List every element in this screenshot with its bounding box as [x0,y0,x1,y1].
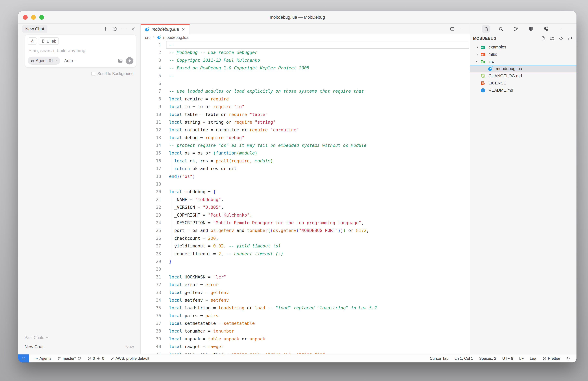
line-number[interactable]: 30 [141,265,161,273]
chat-input-placeholder[interactable]: Plan, search, build anything [25,45,136,53]
code-line[interactable]: 16 local ok, res = pcall(require, module… [141,157,470,165]
formatter-status[interactable]: Prettier [542,356,560,361]
collapse-folders-icon[interactable] [567,36,572,41]
line-number[interactable]: 2 [141,49,161,56]
line-number[interactable]: 6 [141,80,161,87]
more-views-chevron-icon[interactable] [557,25,565,33]
remote-indicator-button[interactable] [18,355,29,362]
code-line[interactable]: 20local mobdebug = { [141,188,470,196]
line-number[interactable]: 13 [141,134,161,142]
tab-context-pill[interactable]: 1 Tab [39,37,59,45]
search-view-icon[interactable] [497,25,505,33]
code-line[interactable]: 18end)("os") [141,173,470,180]
line-number[interactable]: 18 [141,173,161,180]
agents-status-button[interactable]: ∞ Agents [35,356,51,361]
code-line[interactable]: 35local loadstring = loadstring or load … [141,304,470,312]
code-line[interactable]: 34local setfenv = setfenv [141,296,470,304]
code-line[interactable]: 15local os = os or (function(module) [141,149,470,157]
problems-button[interactable]: 0 0 [87,356,104,361]
line-number[interactable]: 39 [141,335,161,343]
cursor-tab-status[interactable]: Cursor Tab [430,356,448,361]
breadcrumb-file[interactable]: mobdebug.lua [163,35,189,40]
new-folder-icon[interactable] [550,36,554,41]
tab-mobdebug-lua[interactable]: mobdebug.lua [141,24,190,34]
code-line[interactable]: 33local getfenv = getfenv [141,289,470,296]
line-number[interactable]: 1 [141,41,161,49]
code-line[interactable]: 3-- Copyright 2011-23 Paul Kulchenko [141,56,470,64]
code-line[interactable]: 8local require = require [141,95,470,103]
split-editor-icon[interactable] [450,26,455,31]
code-line[interactable]: 13local debug = require "debug" [141,134,470,142]
code-line[interactable]: 1-- [141,41,470,49]
line-number[interactable]: 10 [141,111,161,118]
code-line[interactable]: 21 _NAME = "mobdebug", [141,196,470,203]
line-number[interactable]: 11 [141,118,161,126]
tree-item-readme-md[interactable]: README.md [470,87,576,94]
notifications-bell-icon[interactable] [566,356,570,360]
line-number[interactable]: 9 [141,103,161,111]
chevron-down-icon[interactable] [474,60,480,63]
line-number[interactable]: 28 [141,250,161,258]
code-line[interactable]: 2-- MobDebug -- Lua remote debugger [141,49,470,56]
tree-item-license[interactable]: LICENSE [470,80,576,87]
cursor-position-status[interactable]: Ln 1, Col 1 [455,356,473,361]
tree-item-src[interactable]: src [470,58,576,65]
tree-item-examples[interactable]: examples [470,44,576,51]
new-chat-icon[interactable] [102,26,109,32]
line-number[interactable]: 37 [141,320,161,327]
code-line[interactable]: 26 checkcount = 200, [141,234,470,242]
line-number[interactable]: 26 [141,234,161,242]
line-number[interactable]: 8 [141,95,161,103]
extensions-view-icon[interactable] [542,25,550,33]
line-number[interactable]: 25 [141,227,161,234]
code-line[interactable]: 10local table = table or require "table" [141,111,470,118]
code-editor[interactable]: 1--2-- MobDebug -- Lua remote debugger3-… [141,41,470,354]
code-line[interactable]: 23 _COPYRIGHT = "Paul Kulchenko", [141,211,470,219]
workspace-name[interactable]: MOBDEBUG [473,36,497,41]
model-selector[interactable]: Auto [64,58,77,63]
line-number[interactable]: 16 [141,157,161,165]
code-line[interactable]: 40local rawget = rawget [141,343,470,350]
line-number[interactable]: 40 [141,343,161,350]
code-line[interactable]: 38local tonumber = tonumber [141,327,470,335]
indentation-status[interactable]: Spaces: 2 [479,356,496,361]
code-line[interactable]: 41local gsub, sub, find = string.gsub, s… [141,351,470,354]
tree-item-misc[interactable]: misc [470,51,576,58]
eol-status[interactable]: LF [519,356,524,361]
close-tab-icon[interactable] [182,27,185,31]
code-line[interactable]: 31local HOOKMASK = "lcr" [141,273,470,281]
line-number[interactable]: 41 [141,351,161,354]
send-to-background-option[interactable]: Send to Background [91,71,134,76]
mention-context-button[interactable]: @ [28,37,37,45]
line-number[interactable]: 38 [141,327,161,335]
code-line[interactable]: 6 [141,80,470,87]
line-number[interactable]: 21 [141,196,161,203]
code-line[interactable]: 7-- use loaded modules or load explicitl… [141,87,470,95]
line-number[interactable]: 4 [141,64,161,72]
line-number[interactable]: 12 [141,126,161,134]
line-number[interactable]: 14 [141,142,161,149]
chat-input-card[interactable]: @ 1 Tab Plan, search, build anything ∞ A… [25,35,136,67]
line-number[interactable]: 32 [141,281,161,289]
line-number[interactable]: 35 [141,304,161,312]
code-line[interactable]: 39local unpack = table.unpack or unpack [141,335,470,343]
line-number[interactable]: 17 [141,165,161,172]
line-number[interactable]: 3 [141,56,161,64]
editor-more-actions-icon[interactable] [460,27,464,31]
send-button[interactable] [126,57,133,65]
encoding-status[interactable]: UTF-8 [502,356,513,361]
line-number[interactable]: 5 [141,72,161,80]
code-line[interactable]: 30 [141,265,470,273]
agent-mode-selector[interactable]: ∞ Agent ⌘I [28,57,60,65]
code-line[interactable]: 19 [141,180,470,188]
line-number[interactable]: 29 [141,258,161,265]
chat-tab-new-chat[interactable]: New Chat [22,25,47,33]
explorer-view-icon[interactable] [482,25,490,33]
breadcrumb-dir[interactable]: src [145,35,150,40]
chevron-right-icon[interactable] [474,53,480,56]
code-line[interactable]: 4-- Based on RemDebug 1.0 Copyright Kepl… [141,64,470,72]
code-line[interactable]: 5-- [141,72,470,80]
past-chats-toggle[interactable]: Past Chats [24,335,135,340]
code-line[interactable]: 29} [141,258,470,265]
history-icon[interactable] [111,26,118,32]
